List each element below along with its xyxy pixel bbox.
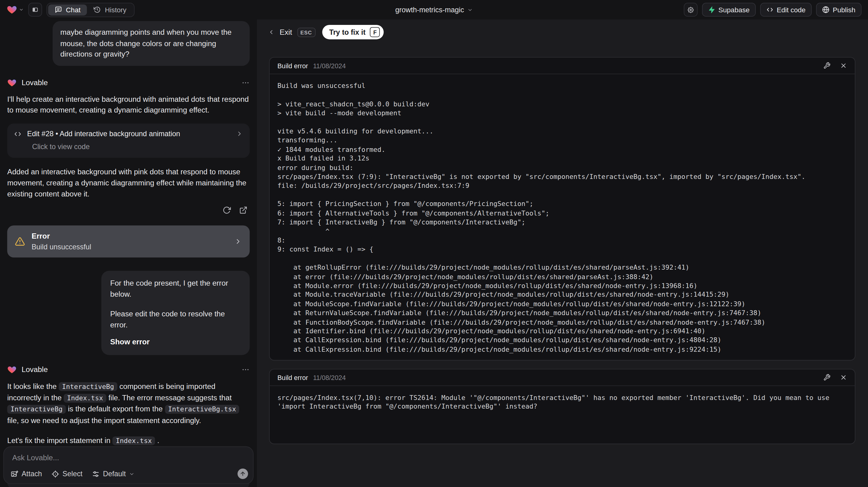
chevron-right-icon	[236, 130, 243, 137]
chevron-down-icon	[129, 471, 135, 477]
gear-icon	[687, 6, 693, 13]
lovable-app: Chat History growth-metrics-magic Supaba…	[0, 0, 868, 487]
wrench-icon[interactable]	[824, 62, 831, 69]
close-icon[interactable]	[840, 62, 847, 69]
chat-input[interactable]	[11, 453, 246, 462]
chevron-down-icon	[467, 7, 473, 12]
supabase-button[interactable]: Supabase	[702, 3, 755, 17]
code-brackets-icon	[14, 130, 22, 138]
supabase-icon	[708, 6, 715, 13]
lovable-heart-icon	[7, 4, 17, 15]
tab-chat-label: Chat	[66, 6, 81, 13]
arrow-up-icon	[240, 471, 246, 477]
mode-label: Default	[103, 470, 126, 478]
panel-title: Build error	[277, 62, 308, 69]
chevron-down-icon	[19, 7, 24, 12]
panel-header: Build error 11/08/2024	[270, 58, 855, 74]
edit-card-title: Edit #28 • Add interactive background an…	[27, 130, 180, 138]
send-button[interactable]	[238, 468, 248, 479]
close-icon[interactable]	[840, 374, 847, 381]
select-button[interactable]: Select	[51, 470, 82, 478]
try-to-fix-label: Try to fix it	[329, 28, 366, 36]
edit-code-button[interactable]: Edit code	[760, 3, 812, 17]
tab-history-label: History	[105, 6, 126, 13]
toggle-sidebar-button[interactable]	[28, 3, 42, 17]
assistant-paragraph: Let's fix the import statement in Index.…	[7, 435, 250, 447]
inline-code: InteractiveBg	[59, 382, 117, 391]
settings-button[interactable]	[684, 3, 698, 17]
exit-button[interactable]: Exit ESC	[268, 27, 315, 37]
f-key-badge: F	[370, 27, 380, 37]
select-target-icon	[51, 470, 59, 478]
chevron-left-icon	[268, 29, 275, 36]
history-icon	[94, 6, 101, 13]
esc-key-badge: ESC	[297, 27, 315, 37]
assistant-paragraph: Added an interactive background with pin…	[7, 166, 250, 200]
error-card-title: Error	[32, 233, 91, 241]
show-error-link[interactable]: Show error	[110, 337, 241, 348]
globe-icon	[822, 6, 829, 13]
more-options-icon[interactable]	[241, 79, 250, 87]
inline-code: Index.tsx	[113, 436, 155, 446]
warning-triangle-icon	[15, 237, 25, 247]
edit-code-label: Edit code	[777, 6, 806, 13]
error-toolbar: Exit ESC Try to fix it F	[268, 25, 384, 39]
code-brackets-icon	[766, 6, 773, 13]
message-actions	[7, 206, 247, 215]
attach-label: Attach	[22, 470, 42, 478]
panel-title: Build error	[277, 373, 308, 381]
supabase-label: Supabase	[718, 6, 749, 13]
wrench-icon[interactable]	[824, 374, 831, 381]
publish-button[interactable]: Publish	[816, 3, 862, 17]
more-options-icon[interactable]	[241, 366, 250, 374]
user-message-text: For the code present, I get the error be…	[110, 278, 241, 300]
user-message: For the code present, I get the error be…	[101, 271, 250, 355]
assistant-paragraph: It looks like the InteractiveBg componen…	[7, 381, 250, 426]
build-log: Build was unsuccessful > vite_react_shad…	[270, 74, 855, 360]
lovable-logo-menu[interactable]	[7, 4, 24, 15]
inline-code: InteractiveBg.tsx	[165, 405, 240, 414]
build-error-panel-1: Build error 11/08/2024 Build was unsucce…	[269, 57, 856, 361]
build-log: src/pages/Index.tsx(7,10): error TS2614:…	[270, 386, 855, 419]
lovable-heart-icon	[7, 78, 17, 87]
panel-date: 11/08/2024	[313, 62, 346, 69]
open-external-icon[interactable]	[239, 206, 247, 215]
composer: Attach Select Default	[3, 447, 254, 484]
assistant-name: Lovable	[22, 79, 48, 87]
error-card-subtitle: Build unsuccessful	[32, 243, 91, 251]
publish-label: Publish	[833, 6, 856, 13]
attach-image-icon	[10, 470, 18, 478]
edit-28-card[interactable]: Edit #28 • Add interactive background an…	[7, 124, 250, 158]
panel-header: Build error 11/08/2024	[270, 369, 855, 386]
build-error-card[interactable]: Error Build unsuccessful	[7, 226, 250, 257]
edit-card-subtitle: Click to view code	[32, 142, 243, 151]
assistant-header: Lovable	[7, 78, 250, 87]
sidebar-panel-icon	[32, 5, 38, 14]
chevron-right-icon	[234, 238, 242, 246]
inline-code: InteractiveBg	[7, 405, 66, 414]
chat-icon	[55, 6, 62, 13]
assistant-paragraph: I'll help create an interactive backgrou…	[7, 94, 250, 116]
attach-button[interactable]: Attach	[10, 470, 42, 478]
build-error-panel-2: Build error 11/08/2024 src/pages/Index.t…	[269, 369, 856, 444]
tab-chat[interactable]: Chat	[48, 4, 87, 16]
preview-area: Exit ESC Try to fix it F Build error 11/…	[257, 19, 868, 487]
exit-label: Exit	[280, 28, 292, 36]
tab-history[interactable]: History	[87, 4, 133, 16]
assistant-header: Lovable	[7, 365, 250, 374]
restore-icon[interactable]	[222, 206, 231, 215]
select-label: Select	[62, 470, 82, 478]
user-message-text: Please edit the code to resolve the erro…	[110, 309, 241, 330]
chat-panel: maybe diagramming points and when you mo…	[0, 19, 257, 487]
mode-selector[interactable]: Default	[92, 470, 135, 478]
project-name: growth-metrics-magic	[395, 5, 464, 14]
inline-code: Index.tsx	[64, 394, 106, 402]
user-message: maybe diagramming points and when you mo…	[53, 21, 250, 65]
top-bar: Chat History growth-metrics-magic Supaba…	[0, 0, 868, 19]
lovable-heart-icon	[7, 365, 17, 374]
try-to-fix-button[interactable]: Try to fix it F	[322, 25, 384, 39]
panel-date: 11/08/2024	[313, 373, 346, 381]
user-message-text: maybe diagramming points and when you mo…	[60, 28, 231, 58]
assistant-name: Lovable	[22, 366, 48, 374]
view-tabs: Chat History	[46, 2, 135, 17]
